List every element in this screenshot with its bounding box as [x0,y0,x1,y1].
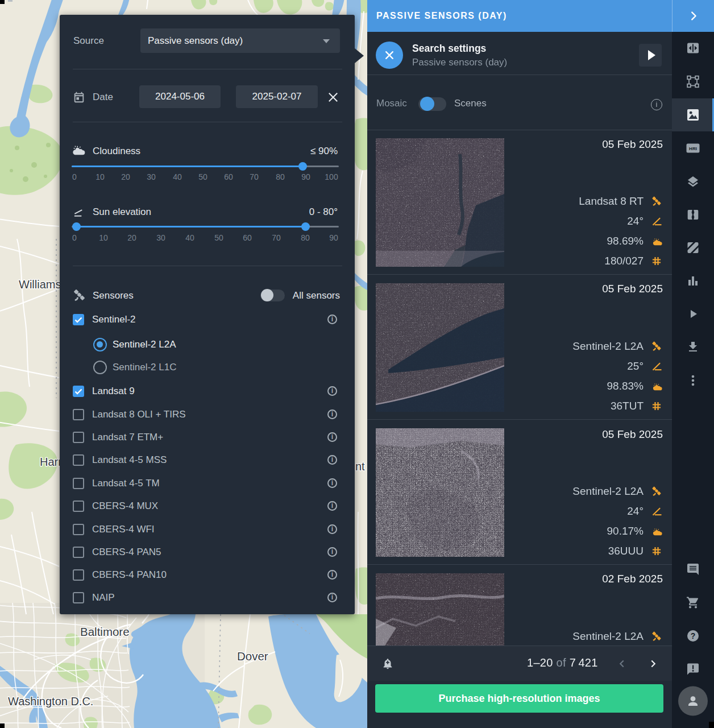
svg-text:Washington D.C.: Washington D.C. [8,695,93,708]
svg-text:HRI: HRI [689,146,697,151]
svg-text:Dover: Dover [237,650,268,663]
svg-text:nt: nt [355,460,365,473]
svg-text:Baltimore: Baltimore [80,625,130,638]
svg-text:?: ? [691,631,696,640]
